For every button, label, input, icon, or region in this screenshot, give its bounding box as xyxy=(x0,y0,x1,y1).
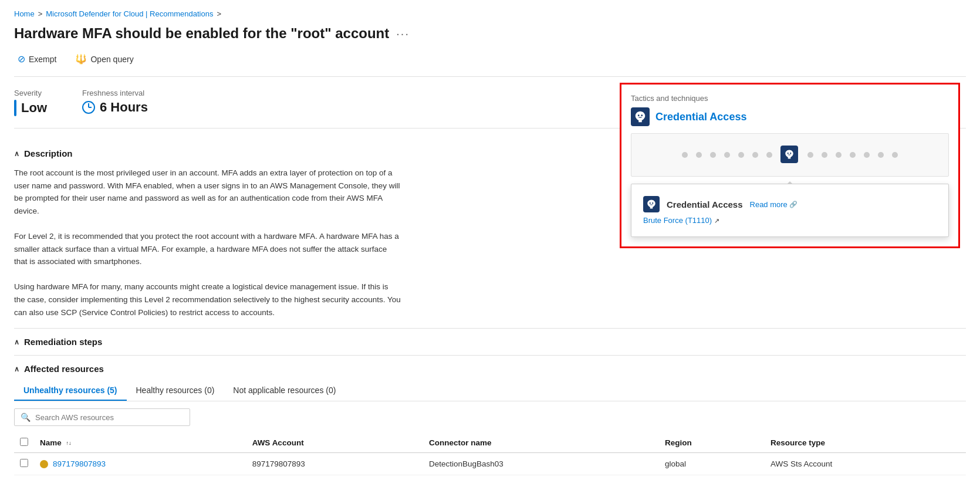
timeline-dot-3 xyxy=(710,152,716,158)
exempt-button[interactable]: ⊘ Exempt xyxy=(14,51,60,67)
timeline-dot-12 xyxy=(864,152,870,158)
resource-name-container: 897179807893 xyxy=(40,459,241,468)
description-chevron: ∧ xyxy=(14,150,19,158)
brute-force-link[interactable]: Brute Force (T1110) xyxy=(643,216,714,225)
tab-not-applicable[interactable]: Not applicable resources (0) xyxy=(224,381,345,401)
row-resource-type-cell: AWS Sts Account xyxy=(765,453,966,475)
tactics-timeline xyxy=(631,133,949,177)
timeline-dot-6 xyxy=(752,152,758,158)
row-connector-name-cell: DetectionBugBash03 xyxy=(423,453,659,475)
search-input[interactable] xyxy=(35,413,184,422)
timeline-mask-icon xyxy=(780,146,798,163)
row-region-cell: global xyxy=(659,453,765,475)
severity-item: Severity Low xyxy=(14,89,47,116)
resource-status-dot xyxy=(40,460,48,468)
timeline-dot-active xyxy=(780,146,799,164)
breadcrumb-home[interactable]: Home xyxy=(14,9,35,18)
tactics-title-text: Credential Access xyxy=(655,111,746,123)
brute-force-code: (T1110) xyxy=(685,216,712,225)
timeline-dot-13 xyxy=(878,152,884,158)
resources-table: Name ↑↓ AWS Account Connector name Regio… xyxy=(14,433,966,475)
clock-icon xyxy=(82,101,95,114)
tactics-title-row: Credential Access xyxy=(631,107,949,126)
tactics-popup-card: Credential Access Read more 🔗 Brute Forc… xyxy=(631,184,949,237)
mask-icon xyxy=(631,107,650,126)
popup-credential-title: Credential Access xyxy=(667,200,743,209)
page-title: Hardware MFA should be enabled for the "… xyxy=(14,25,966,42)
popup-mask-icon xyxy=(643,196,660,212)
th-region-label: Region xyxy=(665,438,692,447)
row-name-cell: 897179807893 xyxy=(34,453,246,475)
th-name-label: Name xyxy=(40,438,62,447)
tab-unhealthy[interactable]: Unhealthy resources (5) xyxy=(14,381,127,401)
freshness-text: 6 Hours xyxy=(100,100,148,115)
timeline-dot-10 xyxy=(836,152,842,158)
external-link-brute: ↗ xyxy=(714,217,719,224)
tactics-label: Tactics and techniques xyxy=(631,94,949,103)
timeline-dot-14 xyxy=(892,152,898,158)
breadcrumb-middle[interactable]: Microsoft Defender for Cloud | Recommend… xyxy=(46,9,213,18)
sort-icons-name[interactable]: ↑↓ xyxy=(66,441,72,446)
open-query-button[interactable]: 🔱 Open query xyxy=(72,51,137,67)
timeline-dot-9 xyxy=(822,152,827,158)
exempt-icon: ⊘ xyxy=(18,53,25,65)
th-connector-label: Connector name xyxy=(429,438,492,447)
tactics-panel: Tactics and techniques Credential Access xyxy=(620,83,960,248)
affected-resources-chevron: ∧ xyxy=(14,365,19,373)
severity-bar xyxy=(14,100,16,116)
table-header-row: Name ↑↓ AWS Account Connector name Regio… xyxy=(14,433,966,453)
timeline-dot-2 xyxy=(696,152,702,158)
brute-force-text: Brute Force (T1110) ↗ xyxy=(643,216,937,225)
remediation-section: ∧ Remediation steps xyxy=(14,329,966,356)
more-options-ellipsis[interactable]: ··· xyxy=(396,27,410,40)
remediation-header[interactable]: ∧ Remediation steps xyxy=(14,329,966,355)
resource-tabs: Unhealthy resources (5) Healthy resource… xyxy=(14,381,966,401)
description-title: Description xyxy=(24,148,73,158)
th-aws-account-label: AWS Account xyxy=(252,438,304,447)
row-aws-account-cell: 897179807893 xyxy=(246,453,423,475)
open-query-label: Open query xyxy=(90,55,133,64)
credential-access-row: Credential Access Read more 🔗 xyxy=(643,196,937,212)
freshness-item: Freshness interval 6 Hours xyxy=(82,89,148,116)
breadcrumb-sep2: > xyxy=(217,9,221,18)
timeline-dot-7 xyxy=(766,152,772,158)
breadcrumb-sep1: > xyxy=(38,9,43,18)
page-title-text: Hardware MFA should be enabled for the "… xyxy=(14,25,389,42)
timeline-dot-8 xyxy=(807,152,813,158)
affected-resources-section: ∧ Affected resources Unhealthy resources… xyxy=(14,356,966,475)
read-more-link[interactable]: Read more 🔗 xyxy=(750,200,797,209)
search-icon: 🔍 xyxy=(21,413,31,422)
info-grid: Severity Low Freshness interval 6 Hours … xyxy=(14,89,966,129)
description-content: The root account is the most privileged … xyxy=(14,167,401,328)
search-container: 🔍 xyxy=(14,408,190,426)
affected-resources-label: ∧ Affected resources xyxy=(14,356,966,381)
th-aws-account: AWS Account xyxy=(246,433,423,453)
open-query-icon: 🔱 xyxy=(75,53,87,65)
read-more-text: Read more xyxy=(750,200,788,209)
breadcrumb: Home > Microsoft Defender for Cloud | Re… xyxy=(14,9,966,18)
remediation-title: Remediation steps xyxy=(24,337,102,347)
affected-resources-title: Affected resources xyxy=(24,364,104,374)
select-all-checkbox[interactable] xyxy=(20,438,28,446)
timeline-dot-1 xyxy=(682,152,688,158)
row-checkbox[interactable] xyxy=(20,459,28,467)
table-row: 897179807893 897179807893 DetectionBugBa… xyxy=(14,453,966,475)
row-checkbox-cell xyxy=(14,453,34,475)
brute-force-label: Brute Force xyxy=(643,216,683,225)
th-region: Region xyxy=(659,433,765,453)
remediation-chevron: ∧ xyxy=(14,338,19,346)
th-name: Name ↑↓ xyxy=(34,433,246,453)
th-connector-name: Connector name xyxy=(423,433,659,453)
tab-healthy[interactable]: Healthy resources (0) xyxy=(127,381,224,401)
severity-label: Severity xyxy=(14,89,47,97)
th-checkbox xyxy=(14,433,34,453)
freshness-label: Freshness interval xyxy=(82,89,148,97)
timeline-dot-11 xyxy=(850,152,856,158)
freshness-value: 6 Hours xyxy=(82,100,148,115)
resource-name-link[interactable]: 897179807893 xyxy=(53,459,106,468)
exempt-label: Exempt xyxy=(29,55,56,64)
timeline-dot-4 xyxy=(724,152,730,158)
severity-text: Low xyxy=(21,100,47,116)
external-link-icon: 🔗 xyxy=(789,201,797,208)
toolbar: ⊘ Exempt 🔱 Open query xyxy=(14,51,966,77)
